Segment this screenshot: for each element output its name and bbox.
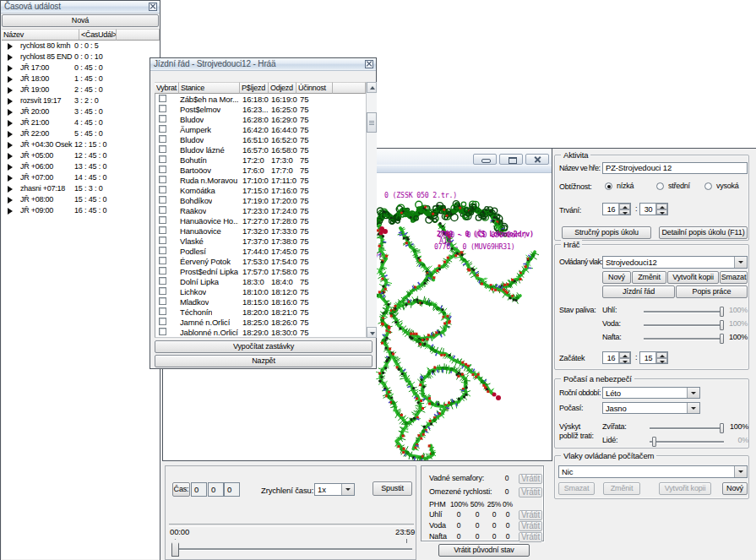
select-checkbox[interactable] (159, 237, 166, 244)
fuel-0-slider[interactable] (644, 307, 724, 317)
event-row[interactable]: JŘ 21:004 : 45 : 0 (2, 117, 160, 128)
timetable-column-header[interactable]: Účinnost (296, 82, 333, 94)
duration-minutes-spinner[interactable]: 30 (639, 203, 668, 215)
controlled-train-combo[interactable]: Strojvedouci12 (602, 256, 748, 269)
revert-button[interactable]: Vrátit (519, 510, 542, 520)
weather-combo[interactable]: Jasno (602, 402, 700, 414)
spinner-down-icon[interactable] (656, 209, 667, 215)
select-checkbox[interactable] (159, 115, 166, 122)
start-minutes-spinner[interactable]: 15 (639, 351, 668, 364)
select-checkbox[interactable] (159, 95, 166, 102)
timetable-row[interactable]: Post$elmov16:23...16:25:075 (155, 104, 366, 114)
timetable-column-header[interactable]: Odjezd (269, 82, 296, 94)
timetable-row[interactable]: Bludov16:51:016:52:075 (155, 134, 366, 144)
select-checkbox[interactable] (159, 277, 166, 285)
timetable-row[interactable]: Záb$eh na Mor...16:18:016:19:075 (155, 94, 366, 104)
computer-train-dropdown-icon[interactable] (734, 466, 747, 477)
event-row[interactable]: rozsvít 19:173 : 2 : 0 (2, 95, 160, 106)
timetable-row[interactable]: Bohdíkov17:19:017:20:075 (155, 195, 366, 205)
time-field-hours[interactable]: 0 (191, 482, 207, 497)
timetable-row[interactable]: Raäkov17:23:017:24:075 (155, 205, 366, 215)
start-hours-spinner[interactable]: 16 (602, 351, 631, 364)
event-row[interactable]: JŘ +09:0016 : 45 : 0 (2, 205, 160, 216)
season-combo[interactable]: Léto (602, 387, 700, 399)
back-button[interactable]: Nazpět (155, 355, 373, 367)
copy-train-button[interactable]: Vytvořit kopii (667, 271, 719, 284)
event-row[interactable]: JŘ +06:0013 : 45 : 0 (2, 161, 160, 172)
event-row[interactable]: JŘ +05:0012 : 45 : 0 (2, 150, 160, 161)
job-description-button[interactable]: Popis práce (676, 285, 748, 298)
time-field-minutes[interactable]: 0 (208, 482, 224, 497)
timeline-track[interactable] (172, 548, 412, 550)
event-column-header[interactable]: <ČasUdál> (79, 29, 117, 41)
season-dropdown-icon[interactable] (687, 388, 699, 398)
calculate-stops-button[interactable]: Vypočítat zastávky (155, 340, 373, 353)
select-checkbox[interactable] (159, 287, 166, 295)
scroll-up-button[interactable] (367, 82, 377, 93)
revert-button[interactable]: Vrátit (519, 487, 542, 497)
event-titlebar[interactable]: Časová událost (1, 1, 160, 14)
spinner-down-icon[interactable] (619, 358, 630, 364)
time-button[interactable]: Čas: (172, 482, 190, 497)
event-row[interactable]: JŘ +07:0014 : 45 : 0 (2, 172, 160, 183)
select-checkbox[interactable] (159, 186, 166, 193)
select-checkbox[interactable] (159, 176, 166, 183)
fuel-2-slider[interactable] (644, 334, 724, 344)
close-button[interactable] (365, 60, 373, 68)
restore-original-button[interactable]: Vrátit původní stav (438, 544, 530, 557)
event-row[interactable]: zhasni +07:1815 : 3 : 0 (2, 183, 160, 194)
detail-description-button[interactable]: Detailní popis úkolu (F11) (659, 226, 748, 239)
accel-combo[interactable]: 1x (314, 483, 355, 496)
timetable-column-header[interactable]: Vybrat (155, 82, 179, 94)
timetable-row[interactable]: Hanuäovice17:32:017:33:075 (155, 226, 366, 236)
new-event-button[interactable]: Nová (2, 14, 159, 27)
timeline-thumb[interactable] (171, 539, 179, 557)
timetable-row[interactable]: Äumperk16:42:016:44:075 (155, 124, 366, 134)
difficulty-radio-vysoká[interactable] (704, 182, 712, 190)
timetable-row[interactable]: Bludov lázné16:57:016:58:075 (155, 144, 366, 155)
timetable-row[interactable]: Mladkov18:15:018:16:075 (155, 296, 366, 307)
event-row[interactable]: JŘ +08:0015 : 45 : 0 (2, 194, 160, 205)
timetable-row[interactable]: Bohutín17:2:017:3:075 (155, 155, 366, 165)
slider-thumb[interactable] (720, 423, 724, 433)
timetable-row[interactable]: Vlaské17:37:017:38:075 (155, 236, 366, 246)
select-checkbox[interactable] (159, 247, 166, 254)
timetable-row[interactable]: Bartoöov17:6:017:7:075 (155, 165, 366, 175)
difficulty-radio-nízká[interactable] (605, 182, 612, 190)
computer-train-button-1[interactable]: Změnit (603, 482, 640, 495)
event-row[interactable]: JŘ 20:003 : 45 : 0 (2, 106, 160, 117)
select-checkbox[interactable] (159, 135, 166, 143)
weather-dropdown-icon[interactable] (687, 403, 699, 413)
event-row[interactable]: JŘ 18:001 : 45 : 0 (2, 73, 160, 84)
timetable-row[interactable]: Jablonné n.Orlicí18:29:018:30:075 (155, 327, 366, 337)
slider-thumb[interactable] (652, 437, 656, 447)
duration-hours-spinner[interactable]: 16 (602, 203, 631, 215)
change-train-button[interactable]: Změnit (632, 271, 666, 284)
timetable-row[interactable]: Lichkov18:10:018:12:075 (155, 286, 366, 296)
select-checkbox[interactable] (159, 155, 166, 163)
hazard-1-slider[interactable] (650, 437, 724, 447)
computer-train-combo[interactable]: Nic (558, 465, 748, 478)
timetable-row[interactable]: Éervený Potok17:53:017:54:075 (155, 256, 366, 266)
select-checkbox[interactable] (159, 328, 166, 335)
timetable-titlebar[interactable]: Jízdní řád - Strojvedouci12 - Hráä (150, 58, 376, 71)
accel-dropdown-icon[interactable] (341, 484, 354, 495)
revert-button[interactable]: Vrátit (519, 532, 542, 542)
select-checkbox[interactable] (159, 196, 166, 204)
select-checkbox[interactable] (159, 307, 166, 315)
timetable-scrollbar[interactable] (366, 82, 377, 338)
revert-button[interactable]: Vrátit (519, 474, 542, 484)
timetable-row[interactable]: Dolní Lipka18:3:018:4:075 (155, 276, 366, 286)
select-checkbox[interactable] (159, 145, 166, 153)
timetable-row[interactable]: Bludov16:28:016:29:075 (155, 114, 366, 124)
timetable-button[interactable]: Jízdní řád (602, 285, 675, 298)
close-button[interactable] (149, 3, 157, 11)
select-checkbox[interactable] (159, 267, 166, 275)
select-checkbox[interactable] (159, 216, 166, 224)
difficulty-radio-střední[interactable] (656, 182, 664, 190)
select-checkbox[interactable] (159, 206, 166, 214)
timetable-row[interactable]: Jamné n.Orlicí18:25:018:26:075 (155, 317, 366, 327)
hazard-0-slider[interactable] (650, 423, 724, 433)
activity-name-input[interactable]: PZ-Strojvedouci 12 (602, 162, 748, 174)
spinner-down-icon[interactable] (656, 358, 667, 364)
